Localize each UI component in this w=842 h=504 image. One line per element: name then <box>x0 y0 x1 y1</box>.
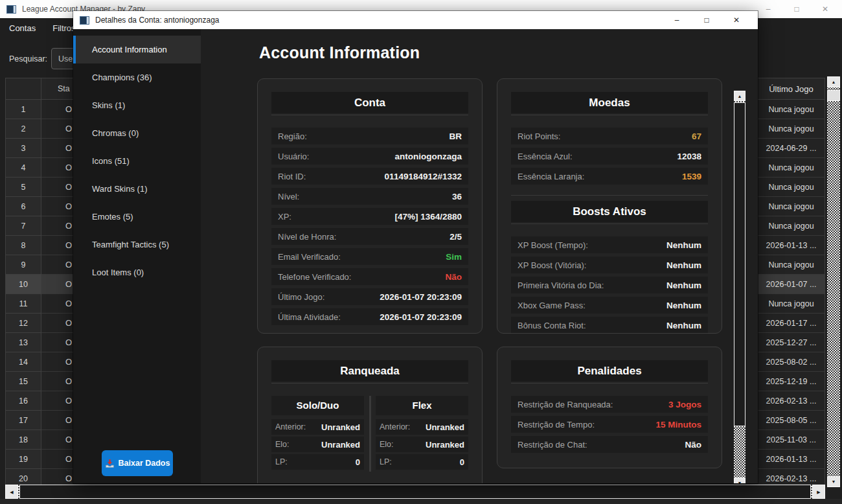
sidebar-item[interactable]: Champions (36) <box>73 63 201 91</box>
conta-rows: Região: BR Usuário: antoniogonzaga Riot … <box>271 128 468 325</box>
scroll-up-icon[interactable]: ▲ <box>734 91 745 101</box>
bg-horizontal-scrollbar-thumb[interactable] <box>19 485 811 499</box>
status-cell: O <box>41 333 73 352</box>
table-row[interactable]: 7 O <box>6 216 73 236</box>
scroll-left-icon[interactable]: ◀ <box>5 485 18 499</box>
lastgame-cells: Nunca jogou Nunca jogou 2024-06-29 ... N… <box>758 100 825 485</box>
download-data-button[interactable]: Baixar Dados <box>102 450 173 476</box>
bg-horizontal-scrollbar[interactable]: ◀ ▶ <box>5 485 825 499</box>
table-row[interactable]: 10 O <box>6 275 73 294</box>
bg-minimize-button[interactable]: – <box>754 0 782 18</box>
boost-rows: XP Boost (Tempo): Nenhum XP Boost (Vitór… <box>511 236 708 334</box>
sidebar-item[interactable]: Account Information <box>73 36 201 63</box>
lastgame-cell[interactable]: Nunca jogou <box>758 197 825 216</box>
lastgame-cell[interactable]: 2026-01-13 ... <box>758 450 825 469</box>
modal-scrollbar-thumb[interactable] <box>734 102 745 426</box>
table-row[interactable]: 2 O <box>6 119 73 139</box>
lastgame-cell[interactable]: 2026-01-07 ... <box>758 275 825 294</box>
modal-close-button[interactable]: ✕ <box>722 11 751 29</box>
info-value: 01149184912#1332 <box>385 172 462 181</box>
modal-app-icon <box>80 16 89 25</box>
info-label: Essência Laranja: <box>518 172 584 181</box>
panel-moedas-title: Moedas <box>511 92 708 113</box>
download-icon <box>105 459 115 468</box>
row-number-cell: 14 <box>6 352 41 372</box>
sidebar-item[interactable]: Teamfight Tactics (5) <box>73 231 201 258</box>
scroll-right-icon[interactable]: ▶ <box>812 485 825 499</box>
lastgame-cell[interactable]: 2025-12-19 ... <box>758 372 825 391</box>
info-label: Xbox Game Pass: <box>518 301 586 310</box>
boosts-section-title: Boosts Ativos <box>511 201 708 222</box>
lastgame-cell[interactable]: Nunca jogou <box>758 119 825 139</box>
lastgame-cell[interactable]: 2026-01-13 ... <box>758 236 825 255</box>
lastgame-cell[interactable]: 2025-08-05 ... <box>758 411 825 430</box>
lastgame-column-header: Último Jogo <box>758 78 825 100</box>
table-row[interactable]: 18 O <box>6 430 73 450</box>
row-number-cell: 3 <box>6 139 41 158</box>
lastgame-cell[interactable]: 2026-02-13 ... <box>758 391 825 411</box>
row-number-cell: 11 <box>6 294 41 314</box>
table-row[interactable]: 17 O <box>6 411 73 430</box>
table-row[interactable]: 4 O <box>6 158 73 178</box>
status-cell: O <box>41 372 73 391</box>
sidebar-item[interactable]: Loot Items (0) <box>73 258 201 286</box>
bg-close-button[interactable]: ✕ <box>811 0 839 18</box>
menu-filtros[interactable]: Filtros <box>52 23 75 33</box>
table-row[interactable]: 1 O <box>6 100 73 119</box>
sidebar-item[interactable]: Skins (1) <box>73 91 201 119</box>
panel-ranqueada-title: Ranqueada <box>271 360 468 382</box>
bg-maximize-button[interactable]: □ <box>782 0 811 18</box>
bg-vertical-scrollbar[interactable]: ▲ ▼ <box>827 76 840 487</box>
lastgame-cell[interactable]: 2025-12-27 ... <box>758 333 825 352</box>
table-row[interactable]: 20 O <box>6 469 73 485</box>
table-row[interactable]: 6 O <box>6 197 73 216</box>
scroll-up-icon[interactable]: ▲ <box>827 76 840 87</box>
info-label: XP Boost (Vitória): <box>518 260 586 270</box>
menu-contas[interactable]: Contas <box>9 23 36 33</box>
rank-value: 0 <box>356 457 360 467</box>
lastgame-cell[interactable]: Nunca jogou <box>758 255 825 275</box>
lastgame-cell[interactable]: 2024-06-29 ... <box>758 139 825 158</box>
table-row[interactable]: 16 O <box>6 391 73 411</box>
modal-maximize-button[interactable]: □ <box>692 11 722 29</box>
info-value: Não <box>685 440 701 450</box>
status-cell: O <box>41 450 73 469</box>
table-row[interactable]: 5 O <box>6 178 73 197</box>
table-row[interactable]: 12 O <box>6 314 73 333</box>
lastgame-cell[interactable]: Nunca jogou <box>758 100 825 119</box>
lastgame-cell[interactable]: Nunca jogou <box>758 158 825 178</box>
info-label: Bônus Conta Riot: <box>518 321 586 330</box>
row-number-cell: 7 <box>6 216 41 236</box>
table-row[interactable]: 9 O <box>6 255 73 275</box>
sidebar-item[interactable]: Icons (51) <box>73 147 201 175</box>
accounts-table-left-fragment: Sta 1 O 2 O 3 O 4 <box>5 78 73 485</box>
info-label: Restrição de Tempo: <box>518 420 595 430</box>
lastgame-cell[interactable]: 2026-01-17 ... <box>758 314 825 333</box>
table-row[interactable]: 3 O <box>6 139 73 158</box>
lastgame-cell[interactable]: Nunca jogou <box>758 294 825 314</box>
table-row[interactable]: 8 O <box>6 236 73 255</box>
sidebar-item[interactable]: Chromas (0) <box>73 119 201 147</box>
table-row[interactable]: 19 O <box>6 450 73 469</box>
scroll-down-icon[interactable]: ▼ <box>734 477 745 483</box>
table-row[interactable]: 11 O <box>6 294 73 314</box>
lastgame-cell[interactable]: Nunca jogou <box>758 216 825 236</box>
table-row[interactable]: 14 O <box>6 352 73 372</box>
bg-vertical-scrollbar-thumb[interactable] <box>827 90 840 101</box>
info-value: 36 <box>452 192 462 201</box>
lastgame-cell[interactable]: 2025-11-03 ... <box>758 430 825 450</box>
status-cell: O <box>41 469 73 485</box>
status-cell: O <box>41 391 73 411</box>
sidebar-item[interactable]: Ward Skins (1) <box>73 175 201 203</box>
lastgame-cell[interactable]: 2026-02-13 ... <box>758 469 825 485</box>
info-value: Sim <box>446 252 462 262</box>
table-row[interactable]: 15 O <box>6 372 73 391</box>
scroll-down-icon[interactable]: ▼ <box>827 476 840 487</box>
sidebar-item[interactable]: Emotes (5) <box>73 203 201 231</box>
modal-vertical-scrollbar[interactable]: ▲ ▼ <box>734 91 745 483</box>
lastgame-cell[interactable]: Nunca jogou <box>758 178 825 197</box>
lastgame-cell[interactable]: 2025-08-02 ... <box>758 352 825 372</box>
modal-minimize-button[interactable]: – <box>662 11 692 29</box>
panel-conta-title: Conta <box>271 92 468 113</box>
table-row[interactable]: 13 O <box>6 333 73 352</box>
